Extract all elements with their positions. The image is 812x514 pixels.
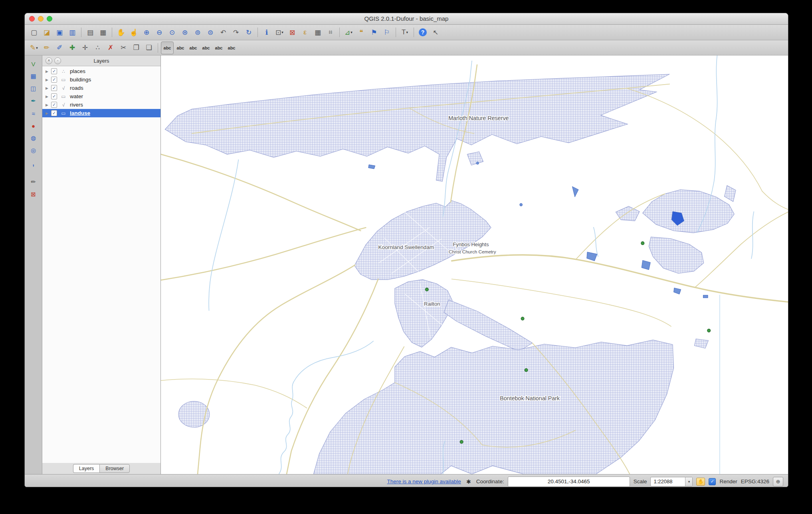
copy-features-button[interactable]: ❐ [130,42,142,54]
delete-selected-button[interactable]: ✗ [105,42,117,54]
layer-checkbox[interactable]: ✓ [51,85,57,91]
add-spatialite-layer-button[interactable]: ✒ [28,96,39,106]
layer-row-places[interactable]: ▶ ✓ ∴ places [42,67,160,75]
zoom-to-selection-button[interactable]: ⊚ [192,26,204,38]
layer-checkbox[interactable]: ✓ [51,110,57,116]
coordinate-input[interactable] [508,476,630,487]
help-button[interactable]: ? [417,26,429,38]
remove-layer-button[interactable]: ⊠ [28,189,39,200]
layer-checkbox[interactable]: ✓ [51,102,57,108]
show-bookmarks-button[interactable]: ⚐ [381,26,393,38]
expand-arrow-icon[interactable]: ▶ [45,95,49,99]
zoom-in-button[interactable]: ⊕ [141,26,152,38]
cut-features-button[interactable]: ✂ [117,42,129,54]
zoom-out-button[interactable]: ⊖ [153,26,165,38]
expand-arrow-icon[interactable]: ▶ [45,78,49,82]
toggle-editing-button[interactable]: ✏ [41,42,53,54]
save-project-button[interactable]: ▣ [53,26,65,38]
move-feature-button[interactable]: ✛ [79,42,91,54]
zoom-last-button[interactable]: ↶ [217,26,229,38]
label-rotate-button[interactable]: abc [213,42,225,54]
stop-rendering-icon[interactable]: ✋ [696,478,705,486]
measure-button[interactable]: ⊿▾ [343,26,355,38]
current-edits-button[interactable]: ✎▾ [28,42,40,54]
save-project-as-button[interactable]: ▥ [66,26,78,38]
add-feature-button[interactable]: ✚ [66,42,78,54]
add-postgis-layer-button[interactable]: ◫ [28,83,39,94]
add-mssql-layer-button[interactable]: ≈ [28,108,39,119]
chevron-down-icon[interactable]: ▾ [685,477,692,486]
zoom-full-button[interactable]: ⊛ [179,26,191,38]
zoom-native-button[interactable]: ⊙ [166,26,178,38]
zoom-window-button[interactable] [47,16,52,22]
paste-features-button[interactable]: ❏ [143,42,155,54]
new-shapefile-button[interactable]: ✏ [28,177,39,187]
map-label-railton: Railton [424,301,440,307]
add-oracle-layer-button[interactable]: ● [28,121,39,131]
layer-checkbox[interactable]: ✓ [51,68,57,74]
layer-label[interactable]: places [70,68,85,74]
expand-arrow-icon[interactable]: ▶ [45,103,49,107]
select-by-expression-button[interactable]: ε [299,26,311,38]
zoom-to-layer-button[interactable]: ⊜ [204,26,216,38]
tab-browser[interactable]: Browser [99,464,130,473]
layer-label[interactable]: buildings [70,77,91,83]
labeling-options-button[interactable]: abc [161,42,174,54]
expand-arrow-icon[interactable]: ▶ [45,111,49,115]
layer-row-buildings[interactable]: ▶ ✓ ▭ buildings [42,75,160,84]
composer-manager-button[interactable]: ▦ [97,26,109,38]
layer-row-rivers[interactable]: ▶ ✓ √ rivers [42,101,160,109]
render-checkbox[interactable]: ✓ [709,478,716,485]
crs-picker-button[interactable]: ⊕ [773,477,783,486]
refresh-map-button[interactable]: ↻ [243,26,255,38]
layer-label[interactable]: rivers [70,102,83,108]
layer-row-water[interactable]: ▶ ✓ ▭ water [42,92,160,101]
expand-arrow-icon[interactable]: ▶ [45,86,49,90]
panel-float-button[interactable]: ◦ [54,57,61,64]
expand-arrow-icon[interactable]: ▶ [45,69,49,73]
new-composer-button[interactable]: ▤ [84,26,96,38]
node-tool-button[interactable]: ∴ [92,42,104,54]
new-bookmark-button[interactable]: ⚑ [368,26,380,38]
layer-row-landuse[interactable]: ▶ ✓ ▭ landuse [42,109,160,117]
panel-close-button[interactable]: × [46,57,52,64]
map-tips-button[interactable]: ❝ [355,26,367,38]
new-project-button[interactable]: ▢ [28,26,40,38]
layers-panel-header[interactable]: × ◦ Layers [42,55,160,66]
label-pin-button[interactable]: abc [174,42,186,54]
layer-label[interactable]: water [70,93,83,99]
deselect-features-button[interactable]: ⊠ [286,26,298,38]
label-highlight-button[interactable]: abc [187,42,199,54]
layer-checkbox[interactable]: ✓ [51,93,57,99]
label-properties-button[interactable]: abc [226,42,238,54]
layer-label[interactable]: landuse [70,110,90,116]
layer-label[interactable]: roads [70,85,83,91]
select-features-button[interactable]: ⊡▾ [273,26,285,38]
close-window-button[interactable] [29,16,35,22]
text-annotation-button[interactable]: T▾ [399,26,411,38]
map-canvas[interactable]: Marloth Nature Reserve Koornland Swellen… [161,55,788,474]
zoom-next-button[interactable]: ↷ [230,26,242,38]
layer-row-roads[interactable]: ▶ ✓ √ roads [42,84,160,92]
open-project-button[interactable]: ◪ [41,26,53,38]
add-delimited-text-button[interactable]: , [28,158,39,168]
label-move-button[interactable]: abc [200,42,212,54]
layer-checkbox[interactable]: ✓ [51,77,57,83]
add-wfs-layer-button[interactable]: ◎ [28,145,39,156]
add-wms-layer-button[interactable]: ◍ [28,133,39,143]
attribute-table-button[interactable]: ▦ [312,26,324,38]
scale-combo[interactable]: 1:22088 ▾ [650,477,693,486]
minimize-window-button[interactable] [38,16,44,22]
pan-to-selection-button[interactable]: ☝ [128,26,140,38]
add-vector-layer-button[interactable]: V [28,59,39,69]
pan-map-button[interactable]: ✋ [115,26,127,38]
title-bar[interactable]: QGIS 2.0.1-Dufour - basic_map [25,13,788,25]
field-calculator-button[interactable]: ⌗ [325,26,337,38]
plugin-icon[interactable]: ✱ [465,478,473,486]
tab-layers[interactable]: Layers [73,464,100,473]
add-raster-layer-button[interactable]: ▦ [28,71,39,81]
whats-this-button[interactable]: ↖ [430,26,442,38]
identify-button[interactable]: ℹ [261,26,273,38]
save-edits-button[interactable]: ✐ [53,42,65,54]
plugin-available-link[interactable]: There is a new plugin available [387,478,461,484]
